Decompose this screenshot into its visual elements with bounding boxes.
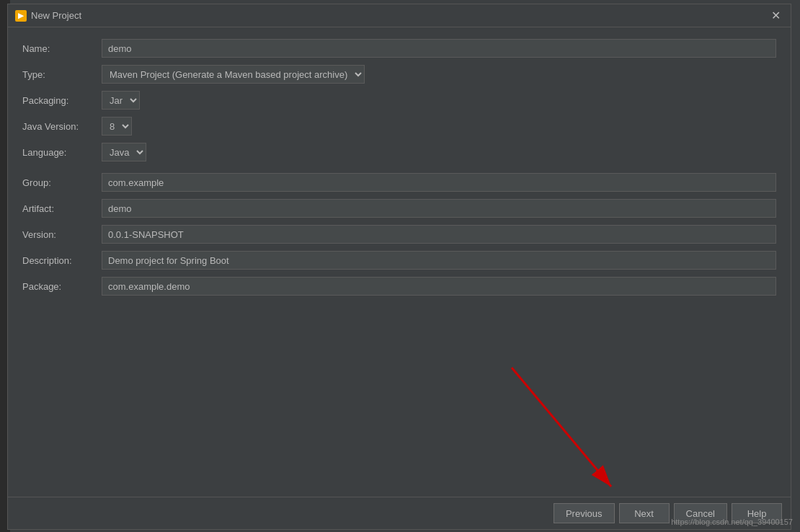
group-label: Group: [22,177,102,188]
package-row: Package: [22,277,776,296]
packaging-row: Packaging: Jar [22,91,776,110]
title-bar: ▶ New Project ✕ [8,4,791,27]
group-input[interactable] [102,173,776,192]
group-row: Group: [22,173,776,192]
type-select-group: Maven Project (Generate a Maven based pr… [102,65,365,84]
description-label: Description: [22,255,102,266]
description-row: Description: [22,251,776,270]
artifact-row: Artifact: [22,199,776,218]
next-button[interactable]: Next [619,503,670,523]
title-bar-left: ▶ New Project [15,10,81,22]
java-version-select[interactable]: 8 [102,117,132,136]
package-input[interactable] [102,277,776,296]
dialog-content: Name: Type: Maven Project (Generate a Ma… [8,27,791,497]
name-input[interactable] [102,39,776,58]
description-input[interactable] [102,251,776,270]
name-row: Name: [22,39,776,58]
version-label: Version: [22,229,102,240]
java-version-row: Java Version: 8 [22,117,776,136]
type-row: Type: Maven Project (Generate a Maven ba… [22,65,776,84]
language-row: Language: Java [22,143,776,161]
watermark: https://blog.csdn.net/qq_39400157 [671,518,793,526]
previous-button[interactable]: Previous [554,503,615,523]
dialog-title: New Project [31,10,81,21]
dialog-icon: ▶ [15,10,27,22]
language-select[interactable]: Java [102,143,146,161]
language-label: Language: [22,147,102,158]
type-label: Type: [22,69,102,80]
packaging-select-group: Jar [102,91,140,110]
version-row: Version: [22,225,776,244]
artifact-input[interactable] [102,199,776,218]
name-label: Name: [22,43,102,54]
language-select-group: Java [102,143,146,161]
new-project-dialog: ▶ New Project ✕ Name: Type: Maven Projec… [7,4,791,530]
close-button[interactable]: ✕ [768,9,783,23]
packaging-label: Packaging: [22,95,102,106]
packaging-select[interactable]: Jar [102,91,140,110]
version-input[interactable] [102,225,776,244]
type-select[interactable]: Maven Project (Generate a Maven based pr… [102,65,365,84]
package-label: Package: [22,281,102,292]
java-version-select-group: 8 [102,117,132,136]
java-version-label: Java Version: [22,121,102,132]
artifact-label: Artifact: [22,203,102,214]
